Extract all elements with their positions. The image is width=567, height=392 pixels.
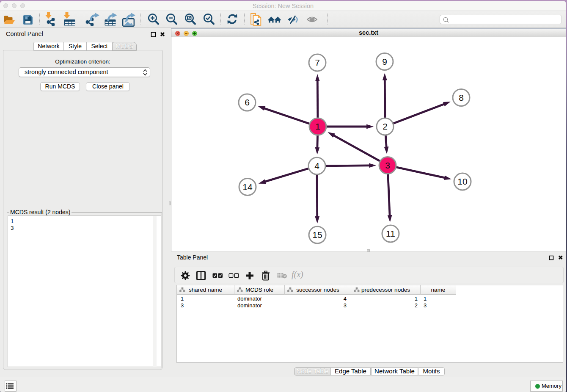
svg-text:11: 11	[386, 229, 395, 238]
svg-text:1: 1	[315, 121, 320, 131]
svg-text:3: 3	[385, 160, 390, 170]
svg-text:7: 7	[315, 58, 320, 67]
svg-text:4: 4	[314, 161, 319, 171]
svg-text:8: 8	[459, 93, 464, 102]
svg-text:9: 9	[382, 57, 387, 66]
svg-text:2: 2	[383, 121, 388, 131]
svg-text:6: 6	[245, 97, 250, 107]
svg-text:14: 14	[242, 182, 253, 192]
svg-text:15: 15	[312, 230, 322, 240]
svg-text:10: 10	[457, 177, 467, 186]
